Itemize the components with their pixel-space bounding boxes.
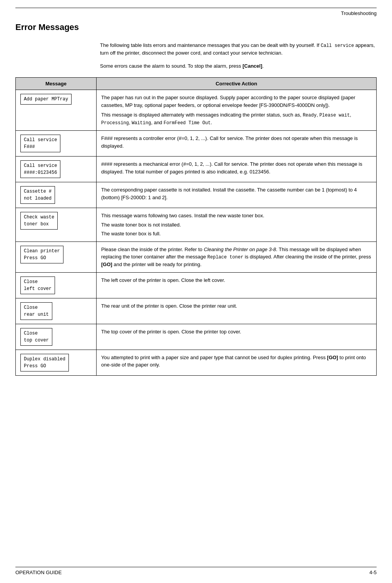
msg-cell: Cassette #not loaded <box>16 182 97 208</box>
msg-box: Check wastetoner box <box>20 212 58 230</box>
action-cell: The left cover of the printer is open. C… <box>97 272 377 298</box>
msg-box: Closerear unit <box>20 302 52 320</box>
table-row: Call service ####:0123456#### represents… <box>16 157 377 182</box>
action-cell: #### represents a mechanical error (#=0,… <box>97 157 377 182</box>
table-row: Duplex disabledPress GOYou attempted to … <box>16 350 377 375</box>
action-cell: The top cover of the printer is open. Cl… <box>97 324 377 350</box>
msg-cell: Call service F### <box>16 131 97 157</box>
table-row: Add paper MPTrayThe paper has run out in… <box>16 90 377 131</box>
table-row: Closetop coverThe top cover of the print… <box>16 324 377 350</box>
table-row: Closerear unitThe rear unit of the print… <box>16 298 377 324</box>
col-message: Message <box>16 78 97 90</box>
table-row: Clean printerPress GOPlease clean the in… <box>16 242 377 272</box>
msg-cell: Call service ####:0123456 <box>16 157 97 182</box>
table-row: Closeleft coverThe left cover of the pri… <box>16 272 377 298</box>
msg-box: Closeleft cover <box>20 277 55 294</box>
page-header: Troubleshooting <box>15 10 377 16</box>
footer-right: 4-5 <box>369 570 377 575</box>
action-cell: The paper has run out in the paper sourc… <box>97 90 377 131</box>
msg-cell: Closetop cover <box>16 324 97 350</box>
table-row: Check wastetoner boxThis message warns f… <box>16 208 377 242</box>
action-cell: This message warns following two cases. … <box>97 208 377 242</box>
header-title: Troubleshooting <box>341 10 377 16</box>
action-cell: F### represents a controller error (#=0,… <box>97 131 377 157</box>
msg-cell: Clean printerPress GO <box>16 242 97 272</box>
msg-box: Add paper MPTray <box>20 94 72 105</box>
action-cell: You attempted to print with a paper size… <box>97 350 377 375</box>
error-table: Message Corrective Action Add paper MPTr… <box>15 77 377 376</box>
intro-block: The following table lists errors and mai… <box>100 42 377 70</box>
section-title: Error Messages <box>15 22 377 32</box>
msg-cell: Duplex disabledPress GO <box>16 350 97 375</box>
msg-box: Closetop cover <box>20 328 52 346</box>
msg-box: Call service ####:0123456 <box>20 160 60 178</box>
msg-box: Call service F### <box>20 135 60 152</box>
footer-left: OPERATION GUIDE <box>15 570 62 575</box>
msg-cell: Add paper MPTray <box>16 90 97 131</box>
action-cell: Please clean the inside of the printer. … <box>97 242 377 272</box>
intro-para1: The following table lists errors and mai… <box>100 42 377 57</box>
action-cell: The corresponding paper cassette is not … <box>97 182 377 208</box>
msg-box: Cassette #not loaded <box>20 186 55 204</box>
table-row: Cassette #not loadedThe corresponding pa… <box>16 182 377 208</box>
action-cell: The rear unit of the printer is open. Cl… <box>97 298 377 324</box>
msg-box: Clean printerPress GO <box>20 246 63 263</box>
col-action: Corrective Action <box>97 78 377 90</box>
msg-cell: Closerear unit <box>16 298 97 324</box>
header-rule <box>15 8 377 8</box>
msg-cell: Check wastetoner box <box>16 208 97 242</box>
msg-box: Duplex disabledPress GO <box>20 354 69 371</box>
page-footer: OPERATION GUIDE 4-5 <box>15 567 377 575</box>
msg-cell: Closeleft cover <box>16 272 97 298</box>
table-row: Call service F###F### represents a contr… <box>16 131 377 157</box>
intro-para2: Some errors cause the alarm to sound. To… <box>100 62 377 70</box>
